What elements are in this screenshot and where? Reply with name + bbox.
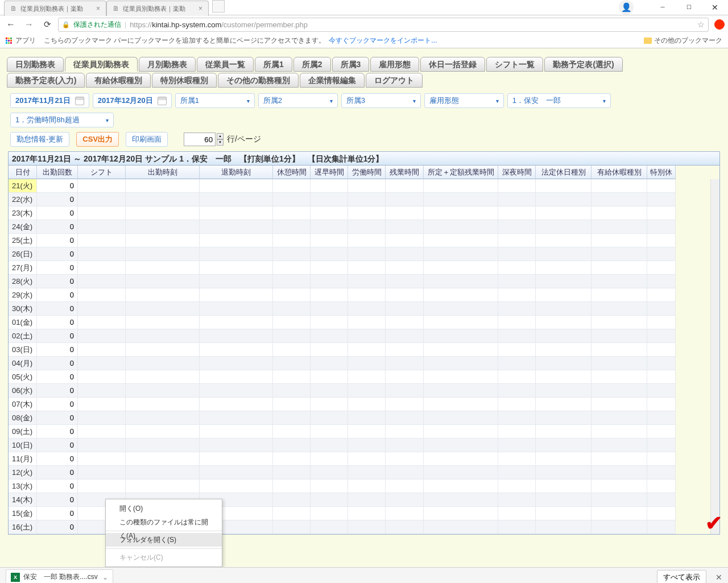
table-cell[interactable]: 29(水): [9, 288, 37, 302]
table-cell[interactable]: [78, 479, 126, 493]
refresh-button[interactable]: 勤怠情報-更新: [10, 132, 69, 147]
table-cell[interactable]: 21(火): [9, 179, 37, 193]
table-cell[interactable]: [647, 329, 676, 343]
table-cell[interactable]: [536, 261, 592, 275]
table-cell[interactable]: [592, 206, 647, 220]
table-cell[interactable]: 09(土): [9, 425, 37, 439]
table-cell[interactable]: [424, 384, 498, 398]
table-cell[interactable]: [78, 302, 126, 316]
table-cell[interactable]: [311, 193, 348, 206]
table-cell[interactable]: [592, 425, 647, 439]
table-cell[interactable]: [424, 370, 498, 384]
table-cell[interactable]: 11(月): [9, 452, 37, 466]
print-button[interactable]: 印刷画面: [126, 132, 168, 147]
table-cell[interactable]: [200, 261, 273, 275]
column-header[interactable]: 所定＋定額残業時間: [424, 166, 498, 179]
profile-icon[interactable]: 👤: [619, 0, 634, 15]
table-cell[interactable]: [273, 288, 311, 302]
column-header[interactable]: 特別休: [647, 166, 676, 179]
table-cell[interactable]: [536, 329, 592, 343]
table-cell[interactable]: [311, 220, 348, 234]
table-cell[interactable]: [348, 206, 386, 220]
table-cell[interactable]: [647, 507, 676, 520]
table-cell[interactable]: 0: [37, 288, 78, 302]
table-cell[interactable]: [126, 220, 200, 234]
table-cell[interactable]: [200, 220, 273, 234]
table-cell[interactable]: 12(火): [9, 466, 37, 479]
table-cell[interactable]: 0: [37, 206, 78, 220]
table-cell[interactable]: [424, 220, 498, 234]
table-cell[interactable]: [78, 411, 126, 425]
table-cell[interactable]: [273, 275, 311, 288]
table-cell[interactable]: [592, 411, 647, 425]
table-cell[interactable]: [273, 439, 311, 452]
table-cell[interactable]: [647, 220, 676, 234]
table-cell[interactable]: [498, 507, 536, 520]
table-cell[interactable]: 08(金): [9, 411, 37, 425]
show-all-downloads-button[interactable]: すべて表示: [657, 570, 706, 584]
table-cell[interactable]: [311, 466, 348, 479]
table-cell[interactable]: [424, 398, 498, 411]
table-cell[interactable]: 0: [37, 466, 78, 479]
table-cell[interactable]: [386, 288, 424, 302]
maximize-button[interactable]: ☐: [676, 0, 702, 15]
table-cell[interactable]: [386, 247, 424, 261]
table-cell[interactable]: [424, 520, 498, 534]
table-cell[interactable]: [126, 425, 200, 439]
table-cell[interactable]: 0: [37, 261, 78, 275]
table-cell[interactable]: [78, 398, 126, 411]
table-cell[interactable]: [273, 466, 311, 479]
table-cell[interactable]: [498, 439, 536, 452]
apps-icon[interactable]: [6, 38, 12, 44]
table-cell[interactable]: 0: [37, 357, 78, 370]
table-cell[interactable]: [126, 234, 200, 247]
table-cell[interactable]: [126, 479, 200, 493]
table-cell[interactable]: [78, 220, 126, 234]
table-cell[interactable]: [424, 302, 498, 316]
table-cell[interactable]: [498, 179, 536, 193]
table-cell[interactable]: [498, 466, 536, 479]
table-cell[interactable]: [592, 466, 647, 479]
table-cell[interactable]: [592, 452, 647, 466]
table-cell[interactable]: [424, 425, 498, 439]
table-cell[interactable]: [126, 357, 200, 370]
column-header[interactable]: 遅早時間: [311, 166, 348, 179]
table-cell[interactable]: [498, 384, 536, 398]
table-cell[interactable]: [386, 384, 424, 398]
table-cell[interactable]: [386, 425, 424, 439]
table-cell[interactable]: [126, 384, 200, 398]
table-cell[interactable]: [311, 439, 348, 452]
table-cell[interactable]: [647, 398, 676, 411]
column-header[interactable]: 労働時間: [348, 166, 386, 179]
table-cell[interactable]: [78, 261, 126, 275]
table-cell[interactable]: [200, 193, 273, 206]
table-cell[interactable]: [78, 247, 126, 261]
table-cell[interactable]: [126, 302, 200, 316]
table-cell[interactable]: [348, 329, 386, 343]
table-cell[interactable]: [386, 411, 424, 425]
table-cell[interactable]: [273, 452, 311, 466]
table-cell[interactable]: 0: [37, 520, 78, 534]
nav-tab[interactable]: その他の勤務種別: [218, 73, 299, 88]
table-cell[interactable]: [311, 507, 348, 520]
table-cell[interactable]: [424, 329, 498, 343]
table-cell[interactable]: [386, 479, 424, 493]
table-cell[interactable]: 0: [37, 329, 78, 343]
table-cell[interactable]: [348, 479, 386, 493]
table-cell[interactable]: [592, 493, 647, 507]
table-cell[interactable]: [348, 384, 386, 398]
table-cell[interactable]: [348, 452, 386, 466]
table-cell[interactable]: [273, 220, 311, 234]
table-cell[interactable]: [348, 493, 386, 507]
table-cell[interactable]: [536, 425, 592, 439]
nav-tab[interactable]: 雇用形態: [370, 57, 419, 72]
table-cell[interactable]: [273, 193, 311, 206]
table-cell[interactable]: [386, 234, 424, 247]
table-cell[interactable]: [536, 316, 592, 329]
other-bookmarks[interactable]: その他のブックマーク: [644, 36, 722, 46]
nav-tab[interactable]: シフト一覧: [486, 57, 543, 72]
back-button[interactable]: ←: [3, 17, 18, 32]
table-cell[interactable]: [424, 316, 498, 329]
table-cell[interactable]: [348, 220, 386, 234]
table-cell[interactable]: [647, 247, 676, 261]
